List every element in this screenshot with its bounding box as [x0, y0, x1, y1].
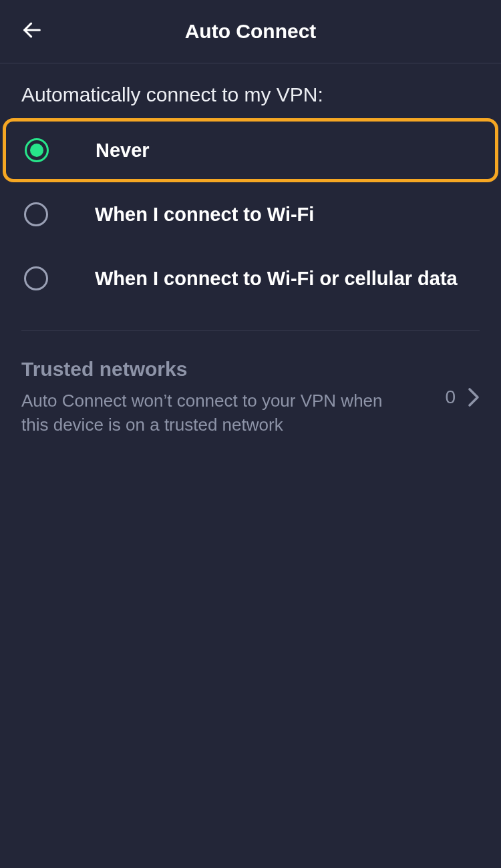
chevron-right-icon — [468, 387, 480, 407]
section-heading: Automatically connect to my VPN: — [0, 63, 501, 118]
page-title: Auto Connect — [185, 20, 317, 43]
arrow-left-icon — [21, 19, 43, 44]
option-wifi-or-cellular[interactable]: When I connect to Wi-Fi or cellular data — [5, 246, 496, 310]
option-label: When I connect to Wi-Fi — [95, 204, 314, 226]
option-label: When I connect to Wi-Fi or cellular data — [95, 268, 458, 290]
trusted-networks-text: Trusted networks Auto Connect won’t conn… — [21, 358, 445, 437]
option-never[interactable]: Never — [3, 118, 498, 182]
options-list: Never When I connect to Wi-Fi When I con… — [0, 118, 501, 310]
trusted-networks-row[interactable]: Trusted networks Auto Connect won’t conn… — [0, 331, 501, 437]
option-label: Never — [96, 140, 150, 162]
back-button[interactable] — [19, 18, 45, 45]
header-bar: Auto Connect — [0, 0, 501, 63]
trusted-networks-title: Trusted networks — [21, 358, 429, 381]
radio-selected-icon — [25, 138, 49, 162]
trusted-networks-right: 0 — [445, 387, 480, 408]
trusted-networks-count: 0 — [445, 387, 456, 408]
trusted-networks-description: Auto Connect won’t connect to your VPN w… — [21, 389, 409, 437]
radio-unselected-icon — [24, 202, 48, 226]
radio-unselected-icon — [24, 266, 48, 290]
option-wifi[interactable]: When I connect to Wi-Fi — [5, 182, 496, 246]
